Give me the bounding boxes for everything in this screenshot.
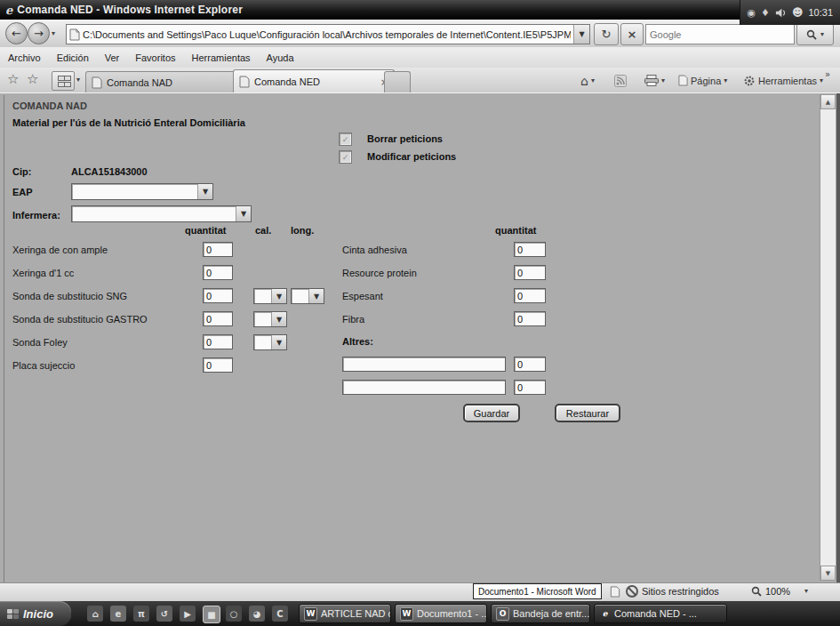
page-menu-label: Página — [691, 76, 721, 86]
qty-input-sonda-sng[interactable] — [203, 288, 233, 303]
search-input[interactable] — [646, 29, 794, 40]
qty-input-sonda-foley[interactable] — [203, 334, 233, 349]
start-label: Inicio — [23, 607, 53, 621]
tools-menu-button[interactable]: Herramientas ▾ — [740, 71, 826, 90]
menu-ver[interactable]: Ver — [97, 50, 128, 66]
zoom-dropdown-icon[interactable]: ▾ — [804, 587, 808, 595]
row-label: Sonda Foley — [12, 337, 68, 348]
cip-value: ALCA151843000 — [71, 166, 148, 177]
infermera-select[interactable]: ▼ — [71, 205, 252, 222]
qty-input-espesant[interactable] — [514, 288, 546, 303]
forward-button[interactable]: → — [28, 22, 50, 44]
quicklaunch-icon-4[interactable]: ↺ — [156, 606, 172, 622]
task-bandeja-entrada[interactable]: O Bandeja de entr... — [491, 604, 590, 623]
favorites-center-icon[interactable]: ☆ — [7, 71, 19, 87]
tab-comanda-ned[interactable]: Comanda NED × — [233, 69, 395, 93]
start-button[interactable]: Inicio — [0, 601, 71, 626]
search-box[interactable] — [645, 24, 795, 44]
address-bar[interactable]: ▼ — [66, 24, 590, 44]
borrar-peticions-checkbox[interactable]: ✓ — [339, 132, 352, 146]
stop-button[interactable]: × — [620, 23, 644, 45]
altres-text-input-1[interactable] — [342, 357, 506, 372]
long-select-sonda-sng[interactable]: ▼ — [291, 288, 324, 304]
restricted-sites-icon — [626, 585, 638, 598]
task-comanda-ned[interactable]: e Comanda NED - ... — [594, 604, 727, 623]
qty-input-xeringa-con-ample[interactable] — [203, 242, 233, 257]
eap-label: EAP — [12, 187, 33, 197]
address-input[interactable] — [80, 29, 573, 40]
quicklaunch-icon-9[interactable]: C — [272, 606, 288, 622]
tools-menu-label: Herramientas — [758, 76, 817, 86]
quicklaunch-icon-5[interactable]: ▶ — [180, 606, 196, 622]
tray-shield-icon[interactable]: ♦ — [761, 7, 770, 19]
tab-list-dropdown-icon[interactable]: ▾ — [76, 76, 80, 84]
quicklaunch-icon-2[interactable]: e — [110, 606, 126, 622]
qty-input-sonda-gastro[interactable] — [203, 311, 233, 326]
page-menu-dropdown-icon: ▾ — [724, 76, 727, 84]
system-tray: ◉ ♦ ☻ 10:31 — [740, 0, 840, 25]
infermera-dropdown-icon: ▼ — [236, 206, 251, 221]
search-icon — [806, 29, 817, 40]
tab-comanda-nad[interactable]: Comanda NAD — [85, 71, 244, 92]
status-page-icon — [610, 586, 620, 598]
row-label: Sonda de substitucio SNG — [12, 291, 127, 301]
quicklaunch-icon-7[interactable]: ○ — [226, 606, 242, 622]
cip-label: Cip: — [12, 166, 31, 177]
cal-select-sonda-sng[interactable]: ▼ — [253, 288, 287, 304]
task-documento1[interactable]: W Documento1 - ... — [395, 604, 487, 623]
new-tab-stub[interactable] — [384, 71, 411, 92]
quicklaunch-icon-3[interactable]: π — [133, 606, 149, 622]
modificar-peticions-checkbox[interactable]: ✓ — [339, 150, 352, 164]
page-icon — [69, 28, 80, 41]
eap-select[interactable]: ▼ — [71, 183, 213, 200]
qty-input-fibra[interactable] — [514, 311, 546, 326]
task-label: Documento1 - ... — [417, 608, 487, 619]
tray-messenger-icon[interactable]: ☻ — [792, 6, 804, 19]
menu-herramientas[interactable]: Herramientas — [184, 50, 259, 66]
altres-qty-input-1[interactable] — [514, 357, 546, 372]
tray-update-icon[interactable]: ◉ — [747, 7, 756, 19]
search-button[interactable]: ▾ — [796, 23, 834, 45]
row-label: Resource protein — [342, 268, 417, 278]
menu-favoritos[interactable]: Favoritos — [127, 50, 183, 66]
add-favorite-icon[interactable]: ☆ — [27, 71, 38, 87]
title-bar: e Comanda NED - Windows Internet Explore… — [0, 0, 840, 20]
task-article-nad[interactable]: W ARTICLE NAD c... — [299, 604, 391, 623]
cal-select-sonda-gastro[interactable]: ▼ — [253, 311, 287, 327]
guardar-button[interactable]: Guardar — [463, 404, 520, 422]
feeds-icon — [614, 75, 627, 87]
menu-ayuda[interactable]: Ayuda — [259, 50, 302, 66]
address-dropdown-icon[interactable]: ▼ — [573, 25, 589, 44]
scroll-down-icon[interactable]: ▼ — [820, 566, 836, 581]
tab-label: Comanda NED — [254, 76, 380, 87]
altres-qty-input-2[interactable] — [514, 380, 546, 395]
vertical-scrollbar[interactable]: ▲ ▼ — [820, 94, 836, 581]
quicklaunch-icon-8[interactable]: ◕ — [249, 606, 265, 622]
scroll-up-icon[interactable]: ▲ — [820, 94, 836, 109]
qty-input-xeringa-1cc[interactable] — [203, 265, 233, 280]
print-button[interactable]: ▾ — [642, 71, 668, 90]
menu-edicion[interactable]: Edición — [49, 50, 97, 66]
altres-text-input-2[interactable] — [342, 380, 506, 395]
back-button[interactable]: ← — [5, 22, 28, 44]
menu-archivo[interactable]: Archivo — [0, 50, 49, 66]
menu-bar: Archivo Edición Ver Favoritos Herramient… — [0, 47, 840, 68]
restaurar-button[interactable]: Restaurar — [555, 404, 620, 422]
refresh-button[interactable]: ↻ — [594, 23, 619, 45]
row-label: Placa sujeccio — [12, 360, 75, 371]
toolbar-overflow-icon[interactable]: » — [825, 69, 830, 79]
history-dropdown-icon[interactable]: ▾ — [52, 29, 55, 37]
quick-tabs-button[interactable] — [52, 71, 75, 91]
cal-select-sonda-foley[interactable]: ▼ — [253, 334, 287, 350]
qty-input-resource-protein[interactable] — [514, 265, 546, 280]
home-button[interactable]: ⌂ ▾ — [578, 71, 597, 90]
feeds-button[interactable] — [612, 71, 629, 90]
row-label: Sonda de substitucio GASTRO — [12, 314, 148, 325]
quicklaunch-icon-6[interactable]: ■ — [203, 606, 220, 623]
quicklaunch-icon-1[interactable]: ⌂ — [87, 606, 103, 622]
qty-input-placa-sujeccio[interactable] — [203, 357, 233, 373]
qty-input-cinta-adhesiva[interactable] — [514, 242, 546, 257]
word-icon: W — [304, 607, 317, 621]
tray-volume-icon[interactable] — [775, 7, 787, 19]
page-menu-button[interactable]: Página ▾ — [676, 71, 730, 90]
